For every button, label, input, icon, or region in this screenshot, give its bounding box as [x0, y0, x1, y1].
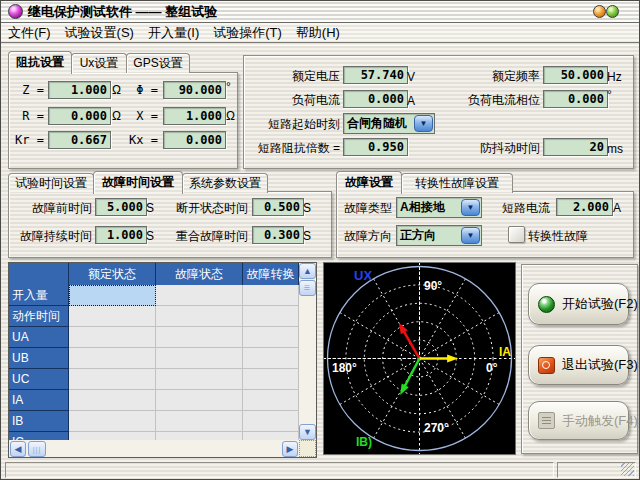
v-scroll-thumb[interactable]: ☰: [299, 280, 316, 296]
open-time-input[interactable]: 0.500: [252, 198, 304, 216]
prefault-time-input[interactable]: 5.000: [95, 198, 147, 216]
impedance-ratio-label: 短路阻抗倍数 =: [243, 140, 340, 157]
kr-label: Kr =: [8, 133, 44, 147]
phi-input[interactable]: 90.000: [163, 81, 226, 99]
row-header[interactable]: IA: [9, 390, 69, 411]
table-cell[interactable]: [243, 327, 299, 348]
short-current-label: 短路电流: [502, 200, 550, 217]
table-cell[interactable]: [69, 306, 156, 327]
exit-test-button[interactable]: 退出试验(F3): [528, 345, 629, 385]
load-current-input[interactable]: 0.000: [343, 90, 408, 108]
scroll-left-button[interactable]: ◀: [10, 441, 26, 457]
tab-impedance[interactable]: 阻抗设置: [8, 51, 72, 74]
phasor-panel: UX 90° 180° 0° IA 270° IB): [323, 262, 516, 455]
table-cell[interactable]: [156, 432, 243, 440]
close-button[interactable]: [606, 5, 619, 18]
table-cell[interactable]: [243, 285, 299, 306]
load-phase-input[interactable]: 0.000: [543, 90, 608, 108]
window-title: 继电保护测试软件 —— 整组试验: [28, 3, 217, 21]
tab-convert-fault-settings[interactable]: 转换性故障设置: [401, 173, 513, 193]
scroll-down-button[interactable]: ▼: [299, 424, 316, 440]
table-cell[interactable]: [69, 369, 156, 390]
fault-duration-unit: S: [146, 229, 154, 243]
phi-label: Φ =: [120, 83, 158, 97]
selected-cell[interactable]: [69, 285, 156, 306]
menu-input-quantity[interactable]: 开入量(I): [148, 24, 199, 42]
table-cell[interactable]: [243, 432, 299, 440]
table-cell[interactable]: [243, 369, 299, 390]
row-header[interactable]: UB: [9, 348, 69, 369]
table-cell[interactable]: [69, 432, 156, 440]
table-cell[interactable]: [243, 348, 299, 369]
table-cell[interactable]: [156, 327, 243, 348]
table-cell[interactable]: [243, 306, 299, 327]
tab-ux[interactable]: Ux设置: [71, 53, 127, 73]
h-scrollbar[interactable]: [9, 440, 299, 457]
x-input[interactable]: 1.000: [163, 107, 226, 125]
table-cell[interactable]: [156, 369, 243, 390]
debounce-input[interactable]: 20: [543, 138, 608, 156]
table-cell[interactable]: [69, 348, 156, 369]
table-cell[interactable]: [69, 327, 156, 348]
table-cell[interactable]: [69, 411, 156, 432]
io-table-body: 额定状态 故障状态 故障转换 开入量 动作时间 UA UB UC IA IB I…: [9, 263, 299, 440]
chevron-down-icon[interactable]: ▼: [414, 115, 433, 132]
table-cell[interactable]: [156, 411, 243, 432]
row-header[interactable]: 开入量: [9, 285, 69, 306]
table-cell[interactable]: [156, 306, 243, 327]
rated-freq-input[interactable]: 50.000: [543, 66, 608, 84]
table-cell[interactable]: [156, 285, 243, 306]
fault-duration-input[interactable]: 1.000: [95, 226, 147, 244]
tab-system-params[interactable]: 系统参数设置: [182, 173, 268, 193]
tab-test-times[interactable]: 试验时间设置: [8, 173, 94, 193]
menu-help[interactable]: 帮助(H): [296, 24, 340, 42]
tab-fault-settings[interactable]: 故障设置: [336, 171, 402, 194]
tab-gps[interactable]: GPS设置: [126, 53, 190, 73]
row-header[interactable]: 动作时间: [9, 306, 69, 327]
resize-grip[interactable]: [621, 463, 634, 476]
app-icon[interactable]: [8, 4, 23, 19]
col-header-fault[interactable]: 故障状态: [156, 263, 243, 285]
col-header-rated[interactable]: 额定状态: [69, 263, 156, 285]
h-scroll-thumb[interactable]: |||: [28, 441, 46, 457]
chevron-down-icon[interactable]: ▼: [461, 199, 480, 216]
start-test-label: 开始试验(F2): [562, 295, 638, 313]
table-cell[interactable]: [156, 348, 243, 369]
menu-test-operation[interactable]: 试验操作(T): [213, 24, 282, 42]
start-test-button[interactable]: 开始试验(F2): [528, 283, 629, 325]
convert-fault-label: 转换性故障: [528, 228, 588, 245]
table-cell[interactable]: [243, 411, 299, 432]
scroll-right-button[interactable]: ▶: [282, 441, 298, 457]
r-input[interactable]: 0.000: [48, 107, 111, 125]
col-header-convert[interactable]: 故障转换: [243, 263, 299, 285]
scroll-up-button[interactable]: ▲: [299, 263, 316, 279]
scrollbar-corner: [299, 440, 316, 457]
row-header[interactable]: IC: [9, 432, 69, 440]
reclose-time-input[interactable]: 0.300: [252, 226, 304, 244]
kx-input[interactable]: 0.000: [163, 131, 226, 149]
fault-type-combo[interactable]: A相接地 ▼: [396, 197, 482, 218]
short-start-combo[interactable]: 合闸角随机 ▼: [343, 113, 435, 134]
menu-test-settings[interactable]: 试验设置(S): [65, 24, 134, 42]
table-cell[interactable]: [243, 390, 299, 411]
impedance-ratio-input[interactable]: 0.950: [343, 138, 408, 156]
z-label: Z =: [8, 83, 44, 97]
fault-dir-combo[interactable]: 正方向 ▼: [396, 225, 482, 246]
convert-fault-checkbox[interactable]: [508, 226, 525, 243]
row-header[interactable]: IB: [9, 411, 69, 432]
table-cell[interactable]: [156, 390, 243, 411]
rated-voltage-input[interactable]: 57.740: [343, 66, 408, 84]
table-cell[interactable]: [69, 390, 156, 411]
row-header[interactable]: UC: [9, 369, 69, 390]
z-input[interactable]: 1.000: [48, 81, 111, 99]
chevron-down-icon[interactable]: ▼: [461, 227, 480, 244]
row-header[interactable]: UA: [9, 327, 69, 348]
menu-file[interactable]: 文件(F): [8, 24, 51, 42]
titlebar[interactable]: 继电保护测试软件 —— 整组试验: [0, 0, 640, 23]
short-current-input[interactable]: 2.000: [556, 198, 613, 216]
kr-input[interactable]: 0.667: [48, 131, 111, 149]
x-label: X =: [120, 109, 158, 123]
minimize-button[interactable]: [593, 5, 606, 18]
load-phase-unit: °: [607, 88, 612, 102]
tab-fault-times[interactable]: 故障时间设置: [93, 171, 183, 194]
